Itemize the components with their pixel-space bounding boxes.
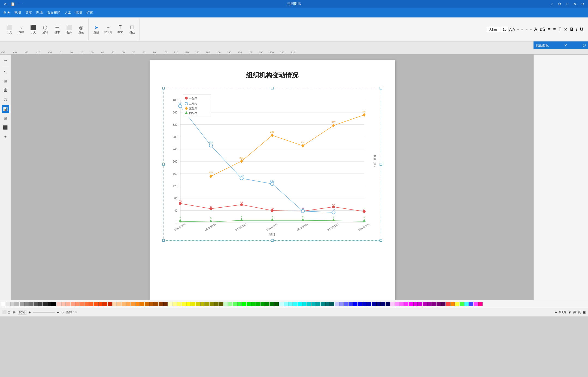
color-swatch[interactable] <box>284 302 288 306</box>
font-size[interactable]: 10 <box>501 27 508 32</box>
bottom-icon-1[interactable]: ⬜ <box>2 310 7 314</box>
color-swatch[interactable] <box>432 302 436 306</box>
color-swatch[interactable] <box>71 302 75 306</box>
color-swatch[interactable] <box>210 302 214 306</box>
color-swatch[interactable] <box>122 302 126 306</box>
color-swatch[interactable] <box>200 302 205 306</box>
color-swatch[interactable] <box>75 302 80 306</box>
nav-btn-2[interactable]: ⌐被夹起 <box>103 24 114 35</box>
sidebar-icon-connect[interactable]: ⬛ <box>2 124 9 131</box>
indent-btn[interactable]: ≡ <box>552 26 557 32</box>
color-swatch[interactable] <box>29 302 33 306</box>
chart-container[interactable]: 0 40 80 120 160 200 240 280 320 360 400 … <box>163 88 381 241</box>
color-swatch[interactable] <box>237 302 242 306</box>
color-swatch[interactable] <box>66 302 70 306</box>
delete-btn[interactable]: ✕ <box>563 26 568 32</box>
color-swatch[interactable] <box>57 302 61 306</box>
nav-btn-4[interactable]: ☐炎处 <box>127 24 138 35</box>
color-swatch[interactable] <box>460 302 464 306</box>
settings-icon[interactable]: ⚙ <box>556 2 563 6</box>
handle-nw[interactable] <box>162 87 165 89</box>
color-swatch[interactable] <box>172 302 177 306</box>
expand-icon[interactable]: ⌂ <box>549 2 555 6</box>
zoom-in-btn[interactable]: + <box>29 310 31 315</box>
color-swatch[interactable] <box>34 302 38 306</box>
color-swatch[interactable] <box>386 302 390 306</box>
color-swatch[interactable] <box>307 302 311 306</box>
color-swatch[interactable] <box>191 302 195 306</box>
sidebar-expand-icon[interactable]: ⇒ <box>2 57 9 64</box>
color-swatch[interactable] <box>270 302 274 306</box>
color-swatch[interactable] <box>154 302 158 306</box>
color-swatch[interactable] <box>330 302 334 306</box>
tool-btn-2[interactable]: ⬦放样 <box>16 24 27 35</box>
color-swatch[interactable] <box>358 302 362 306</box>
ribbon-tools-icon[interactable]: ⚙ ★ <box>2 10 12 15</box>
handle-se[interactable] <box>380 239 382 242</box>
color-swatch[interactable] <box>247 302 251 306</box>
color-swatch[interactable] <box>256 302 260 306</box>
panel-close-btn[interactable]: ✕ <box>564 43 567 47</box>
add-page-btn[interactable]: + <box>555 310 557 315</box>
align-justify[interactable]: ≡ <box>529 27 533 32</box>
color-swatch[interactable] <box>126 302 131 306</box>
color-swatch[interactable] <box>228 302 232 306</box>
bold-btn[interactable]: B <box>569 26 574 32</box>
sidebar-icon-grid[interactable]: ⊞ <box>2 77 9 85</box>
color-swatch[interactable] <box>279 302 283 306</box>
ribbon-test[interactable]: 试图 <box>74 10 84 16</box>
color-swatch[interactable] <box>376 302 381 306</box>
color-swatch[interactable] <box>108 302 112 306</box>
color-swatch[interactable] <box>437 302 441 306</box>
color-swatch[interactable] <box>464 302 469 306</box>
color-swatch[interactable] <box>52 302 56 306</box>
color-swatch[interactable] <box>344 302 348 306</box>
color-swatch[interactable] <box>450 302 455 306</box>
color-swatch[interactable] <box>159 302 163 306</box>
color-swatch[interactable] <box>372 302 376 306</box>
handle-n[interactable] <box>271 87 274 89</box>
zoom-out-btn[interactable]: − <box>57 310 59 315</box>
zoom-circle[interactable]: ○ <box>61 310 63 315</box>
tool-btn-rotate[interactable]: ⬡旋转 <box>40 24 51 35</box>
color-swatch[interactable] <box>418 302 422 306</box>
color-swatch[interactable] <box>367 302 371 306</box>
color-swatch[interactable] <box>149 302 154 306</box>
color-swatch[interactable] <box>80 302 84 306</box>
color-swatch[interactable] <box>168 302 172 306</box>
color-swatch[interactable] <box>214 302 219 306</box>
color-swatch[interactable] <box>390 302 395 306</box>
color-swatch[interactable] <box>177 302 181 306</box>
sidebar-icon-scatter[interactable]: ✦ <box>2 133 9 140</box>
min-btn[interactable]: — <box>17 2 24 6</box>
sidebar-icon-table[interactable]: ⊞ <box>2 114 9 122</box>
color-swatch[interactable] <box>348 302 353 306</box>
nav-btn-1[interactable]: ➤置起 <box>91 24 102 35</box>
color-swatch[interactable] <box>205 302 209 306</box>
color-swatch[interactable] <box>112 302 117 306</box>
color-swatch[interactable] <box>335 302 339 306</box>
color-swatch[interactable] <box>469 302 473 306</box>
ribbon-drawing[interactable]: 图纸 <box>35 10 44 16</box>
color-swatch[interactable] <box>131 302 135 306</box>
color-swatch[interactable] <box>20 302 24 306</box>
color-swatch[interactable] <box>89 302 93 306</box>
color-swatch[interactable] <box>446 302 450 306</box>
align-left[interactable]: ≡ <box>516 27 520 32</box>
handle-s[interactable] <box>271 239 274 242</box>
zoom-value[interactable]: 85% <box>18 310 26 315</box>
zoom-slider[interactable] <box>33 312 55 313</box>
ribbon-page-layout[interactable]: 页面布局 <box>46 10 62 16</box>
handle-e[interactable] <box>380 163 382 166</box>
color-swatch[interactable] <box>103 302 107 306</box>
color-swatch[interactable] <box>219 302 223 306</box>
color-swatch[interactable] <box>478 302 483 306</box>
color-swatch[interactable] <box>427 302 432 306</box>
color-swatch[interactable] <box>15 302 19 306</box>
color-swatch[interactable] <box>274 302 279 306</box>
font-size-up[interactable]: A <box>513 27 515 32</box>
color-swatch[interactable] <box>182 302 186 306</box>
color-swatch[interactable] <box>353 302 357 306</box>
color-swatch[interactable] <box>140 302 144 306</box>
color-swatch[interactable] <box>186 302 191 306</box>
